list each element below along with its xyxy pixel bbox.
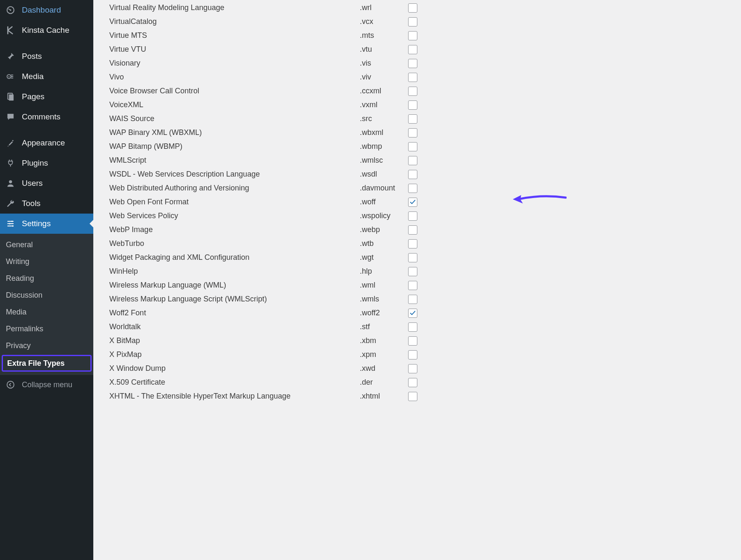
enable-checkbox[interactable] (408, 156, 417, 165)
checkbox-cell (407, 211, 419, 221)
checkbox-cell (407, 350, 419, 359)
sidebar-item-users[interactable]: Users (0, 173, 93, 193)
file-type-extension: .xpm (360, 350, 407, 359)
submenu-item-writing[interactable]: Writing (0, 253, 93, 270)
file-type-row: Widget Packaging and XML Configuration.w… (109, 251, 741, 264)
enable-checkbox[interactable] (408, 309, 417, 318)
file-type-row: Web Services Policy.wspolicy (109, 209, 741, 223)
sidebar-item-appearance[interactable]: Appearance (0, 133, 93, 153)
sidebar-item-label: Users (22, 179, 43, 188)
checkbox-cell (407, 198, 419, 207)
sidebar-item-label: Kinsta Cache (22, 26, 69, 35)
checkbox-cell (407, 17, 419, 26)
sidebar-item-comments[interactable]: Comments (0, 107, 93, 127)
enable-checkbox[interactable] (408, 184, 417, 193)
enable-checkbox[interactable] (408, 350, 417, 359)
file-type-extension: .der (360, 378, 407, 387)
file-type-name: WebTurbo (109, 239, 360, 248)
file-type-extension: .davmount (360, 184, 407, 193)
checkbox-cell (407, 156, 419, 165)
submenu-item-general[interactable]: General (0, 236, 93, 253)
svg-point-7 (9, 223, 11, 225)
submenu-label: Writing (6, 257, 29, 266)
sidebar-item-kinsta-cache[interactable]: Kinsta Cache (0, 20, 93, 40)
file-type-name: VoiceXML (109, 100, 360, 109)
enable-checkbox[interactable] (408, 239, 417, 248)
enable-checkbox[interactable] (408, 378, 417, 387)
file-type-row: XHTML - The Extensible HyperText Markup … (109, 389, 741, 403)
sidebar-item-pages[interactable]: Pages (0, 87, 93, 107)
submenu-item-reading[interactable]: Reading (0, 270, 93, 287)
sidebar-item-posts[interactable]: Posts (0, 46, 93, 66)
enable-checkbox[interactable] (408, 336, 417, 346)
enable-checkbox[interactable] (408, 100, 417, 110)
submenu-item-media[interactable]: Media (0, 304, 93, 320)
checkbox-cell (407, 170, 419, 179)
enable-checkbox[interactable] (408, 142, 417, 151)
enable-checkbox[interactable] (408, 170, 417, 179)
enable-checkbox[interactable] (408, 128, 417, 137)
sidebar-item-dashboard[interactable]: Dashboard (0, 0, 93, 20)
enable-checkbox[interactable] (408, 211, 417, 221)
file-type-extension: .woff (360, 198, 407, 206)
file-type-row: Woff2 Font.woff2 (109, 306, 741, 320)
sidebar-item-label: Plugins (22, 158, 48, 168)
checkbox-cell (407, 378, 419, 387)
sidebar-item-settings[interactable]: Settings (0, 214, 93, 234)
settings-submenu: General Writing Reading Discussion Media… (0, 234, 93, 375)
sidebar-item-plugins[interactable]: Plugins (0, 153, 93, 173)
file-type-extension: .ccxml (360, 87, 407, 95)
checkbox-cell (407, 142, 419, 151)
submenu-label: General (6, 240, 33, 249)
enable-checkbox[interactable] (408, 267, 417, 276)
svg-point-5 (9, 180, 12, 183)
enable-checkbox[interactable] (408, 322, 417, 332)
checkbox-cell (407, 3, 419, 13)
enable-checkbox[interactable] (408, 295, 417, 304)
file-type-name: X.509 Certificate (109, 378, 360, 387)
checkbox-cell (407, 114, 419, 124)
file-type-extension: .wspolicy (360, 211, 407, 220)
collapse-menu[interactable]: Collapse menu (0, 375, 93, 393)
file-type-name: Web Distributed Authoring and Versioning (109, 184, 360, 193)
file-type-row: Vivo.viv (109, 70, 741, 84)
submenu-item-discussion[interactable]: Discussion (0, 287, 93, 304)
sidebar-item-media[interactable]: Media (0, 66, 93, 87)
file-type-row: Virtue VTU.vtu (109, 42, 741, 56)
file-type-name: Vivo (109, 73, 360, 82)
file-type-extension: .xhtml (360, 392, 407, 401)
svg-rect-4 (9, 95, 13, 101)
sidebar-item-tools[interactable]: Tools (0, 193, 93, 214)
enable-checkbox[interactable] (408, 45, 417, 54)
enable-checkbox[interactable] (408, 281, 417, 290)
enable-checkbox[interactable] (408, 3, 417, 13)
checkbox-cell (407, 253, 419, 262)
file-type-name: WinHelp (109, 267, 360, 276)
submenu-item-extra-file-types[interactable]: Extra File Types (2, 355, 92, 372)
enable-checkbox[interactable] (408, 198, 417, 207)
file-type-extension: .hlp (360, 267, 407, 276)
file-type-extension: .woff2 (360, 309, 407, 317)
enable-checkbox[interactable] (408, 364, 417, 373)
submenu-item-privacy[interactable]: Privacy (0, 337, 93, 354)
enable-checkbox[interactable] (408, 59, 417, 68)
enable-checkbox[interactable] (408, 253, 417, 262)
file-type-row: Wireless Markup Language Script (WMLScri… (109, 292, 741, 306)
file-type-name: Visionary (109, 59, 360, 68)
enable-checkbox[interactable] (408, 87, 417, 96)
checkbox-cell (407, 336, 419, 346)
file-type-extension: .vcx (360, 17, 407, 26)
sliders-icon (5, 218, 16, 229)
checkbox-cell (407, 59, 419, 68)
checkbox-cell (407, 239, 419, 248)
file-type-extension: .vxml (360, 100, 407, 109)
enable-checkbox[interactable] (408, 114, 417, 124)
pages-icon (5, 91, 16, 102)
enable-checkbox[interactable] (408, 17, 417, 26)
enable-checkbox[interactable] (408, 392, 417, 401)
file-type-row: X Window Dump.xwd (109, 362, 741, 375)
enable-checkbox[interactable] (408, 225, 417, 235)
enable-checkbox[interactable] (408, 73, 417, 82)
submenu-item-permalinks[interactable]: Permalinks (0, 320, 93, 337)
enable-checkbox[interactable] (408, 31, 417, 40)
